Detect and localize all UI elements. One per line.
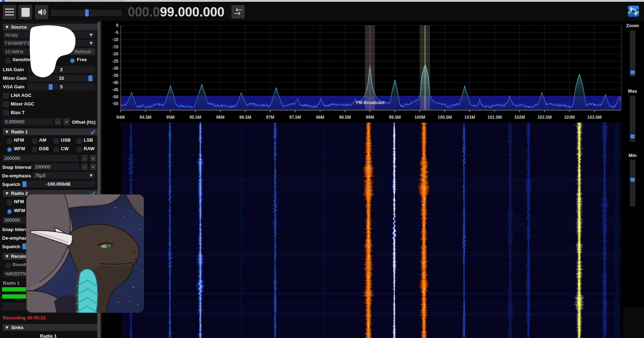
svg-text:100M: 100M (414, 115, 425, 120)
svg-text:-15: -15 (112, 44, 119, 49)
svg-text:-50: -50 (112, 94, 119, 99)
svg-text:102.5M: 102.5M (537, 115, 552, 120)
svg-text:102M: 102M (514, 115, 525, 120)
svg-text:-40: -40 (112, 80, 119, 85)
svg-text:-20: -20 (112, 52, 119, 57)
svg-text:-10: -10 (112, 37, 119, 42)
svg-text:98M: 98M (316, 115, 324, 120)
svg-text:-55: -55 (112, 101, 119, 106)
svg-text:-45: -45 (112, 87, 119, 92)
svg-text:98.5M: 98.5M (339, 115, 351, 120)
svg-text:0: 0 (116, 23, 118, 28)
svg-text:103M: 103M (564, 115, 575, 120)
svg-text:97.5M: 97.5M (289, 115, 301, 120)
svg-text:99.5M: 99.5M (389, 115, 401, 120)
svg-text:95.5M: 95.5M (189, 115, 201, 120)
svg-text:94M: 94M (116, 115, 125, 120)
svg-text:103.5M: 103.5M (587, 115, 601, 120)
svg-text:101.5M: 101.5M (487, 115, 502, 120)
svg-text:-5: -5 (114, 30, 118, 35)
svg-text:99M: 99M (366, 115, 374, 120)
svg-text:96.5M: 96.5M (239, 115, 251, 120)
svg-text:97M: 97M (266, 115, 274, 120)
svg-text:-35: -35 (112, 73, 119, 78)
svg-text:100.5M: 100.5M (438, 115, 452, 120)
svg-text:FM Broadcast: FM Broadcast (356, 100, 384, 105)
svg-text:94.5M: 94.5M (140, 115, 151, 120)
svg-text:-30: -30 (112, 66, 119, 71)
svg-text:101M: 101M (464, 115, 475, 120)
svg-text:-25: -25 (112, 59, 119, 64)
svg-text:95M: 95M (166, 115, 175, 120)
svg-text:96M: 96M (216, 115, 224, 120)
